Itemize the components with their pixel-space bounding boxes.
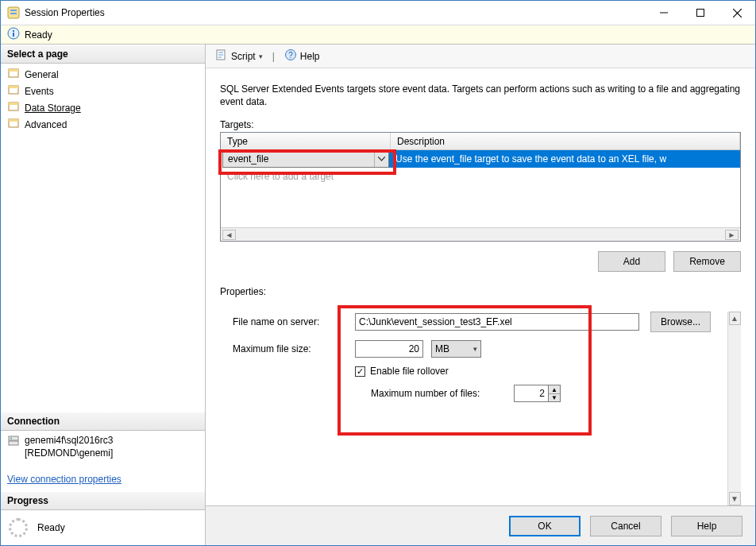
page-label: Events: [25, 86, 54, 97]
help-label: Help: [300, 51, 320, 62]
ready-status-bar: Ready: [1, 25, 755, 45]
target-type-value: event_file: [228, 153, 268, 165]
connection-info: genemi4f\sql2016rc3 [REDMOND\genemi]: [25, 434, 113, 459]
vertical-scrollbar[interactable]: ▲ ▼: [727, 312, 741, 505]
progress-text: Ready: [37, 522, 65, 533]
view-connection-link[interactable]: View connection properties: [7, 474, 122, 485]
window-title: Session Properties: [25, 7, 646, 18]
properties-label: Properties:: [220, 286, 741, 297]
page-label: General: [25, 69, 59, 80]
add-target-placeholder[interactable]: Click here to add a target: [221, 168, 740, 185]
remove-button[interactable]: Remove: [673, 251, 741, 272]
server-icon: [7, 434, 20, 449]
file-name-label: File name on server:: [220, 316, 355, 327]
page-icon: [7, 83, 20, 99]
svg-rect-19: [9, 441, 18, 445]
minimize-button[interactable]: [646, 1, 682, 25]
svg-rect-8: [13, 33, 14, 37]
scroll-left-icon[interactable]: ◄: [222, 230, 236, 240]
left-column: Select a page General Events Data Storag…: [1, 45, 206, 545]
connection-user: [REDMOND\genemi]: [25, 447, 113, 459]
page-label: Advanced: [25, 119, 67, 130]
svg-rect-17: [9, 119, 18, 122]
connection-header: Connection: [1, 412, 205, 431]
file-size-unit-dropdown[interactable]: MB ▾: [431, 340, 481, 358]
page-item-events[interactable]: Events: [6, 83, 200, 99]
column-header-description[interactable]: Description: [391, 133, 740, 149]
script-icon: [215, 48, 228, 64]
scroll-up-icon[interactable]: ▲: [729, 312, 741, 325]
titlebar: Session Properties: [1, 1, 755, 25]
column-header-type[interactable]: Type: [221, 133, 391, 149]
page-label: Data Storage: [25, 103, 81, 114]
max-files-spinner[interactable]: ▲ ▼: [514, 385, 561, 402]
table-row[interactable]: event_file Use the event_file target to …: [221, 150, 740, 168]
connection-server: genemi4f\sql2016rc3: [25, 434, 113, 447]
page-item-data-storage[interactable]: Data Storage: [6, 99, 200, 116]
app-icon: [7, 6, 20, 19]
spin-down-icon[interactable]: ▼: [549, 394, 560, 402]
targets-label: Targets:: [220, 119, 741, 130]
page-icon: [7, 117, 20, 132]
page-item-advanced[interactable]: Advanced: [6, 116, 200, 133]
script-button[interactable]: Script ▾: [212, 47, 266, 65]
help-footer-button[interactable]: Help: [671, 516, 742, 536]
file-name-input[interactable]: [355, 313, 639, 331]
chevron-down-icon: [374, 151, 388, 167]
ready-status-text: Ready: [25, 29, 52, 41]
svg-rect-11: [9, 69, 18, 72]
enable-rollover-label: Enable file rollover: [370, 366, 449, 377]
intro-text: SQL Server Extended Events targets store…: [220, 83, 741, 108]
toolbar-separator: |: [269, 51, 278, 62]
svg-rect-4: [697, 10, 704, 17]
scroll-down-icon[interactable]: ▼: [729, 492, 741, 505]
dialog-footer: OK Cancel Help: [206, 505, 755, 545]
svg-text:?: ?: [288, 51, 293, 60]
maximize-button[interactable]: [682, 1, 719, 25]
scroll-right-icon[interactable]: ►: [725, 230, 739, 240]
svg-point-20: [10, 437, 12, 439]
target-type-dropdown[interactable]: event_file: [222, 150, 389, 168]
select-page-header: Select a page: [1, 45, 205, 64]
svg-rect-1: [10, 10, 17, 11]
cancel-button[interactable]: Cancel: [590, 516, 662, 536]
progress-header: Progress: [1, 491, 205, 510]
help-button[interactable]: ? Help: [281, 47, 323, 65]
ok-button[interactable]: OK: [509, 516, 580, 536]
enable-rollover-checkbox[interactable]: ✓ Enable file rollover: [355, 366, 449, 377]
progress-spinner-icon: [9, 518, 28, 537]
add-button[interactable]: Add: [598, 251, 665, 272]
max-file-size-label: Maximum file size:: [220, 343, 355, 354]
max-file-size-input[interactable]: [355, 340, 423, 358]
page-icon: [7, 67, 20, 82]
window-controls: [646, 1, 755, 25]
page-item-general[interactable]: General: [6, 66, 200, 83]
dropdown-arrow-icon: ▾: [259, 52, 263, 60]
max-files-label: Maximum number of files:: [371, 388, 514, 399]
svg-rect-18: [9, 436, 18, 440]
horizontal-scrollbar[interactable]: ◄ ►: [221, 227, 740, 241]
right-column: Script ▾ | ? Help SQL Server Extended Ev…: [206, 45, 755, 545]
page-icon: [7, 100, 20, 115]
session-properties-window: Session Properties Ready Select a page: [0, 0, 756, 546]
svg-rect-2: [10, 13, 17, 14]
svg-rect-13: [9, 86, 18, 88]
script-label: Script: [231, 51, 256, 62]
help-icon: ?: [284, 48, 297, 64]
svg-rect-15: [9, 103, 18, 105]
targets-table: Type Description event_file: [220, 132, 741, 242]
svg-rect-9: [13, 30, 14, 32]
checkbox-icon: ✓: [355, 366, 365, 377]
close-button[interactable]: [719, 1, 755, 25]
browse-button[interactable]: Browse...: [650, 312, 711, 332]
chevron-down-icon: ▾: [473, 345, 477, 353]
file-size-unit-value: MB: [435, 343, 449, 354]
info-icon: [7, 27, 20, 42]
toolbar: Script ▾ | ? Help: [206, 45, 755, 68]
target-description-cell: Use the event_file target to save the ev…: [389, 150, 740, 168]
spin-up-icon[interactable]: ▲: [549, 385, 560, 394]
max-files-input[interactable]: [514, 385, 549, 402]
